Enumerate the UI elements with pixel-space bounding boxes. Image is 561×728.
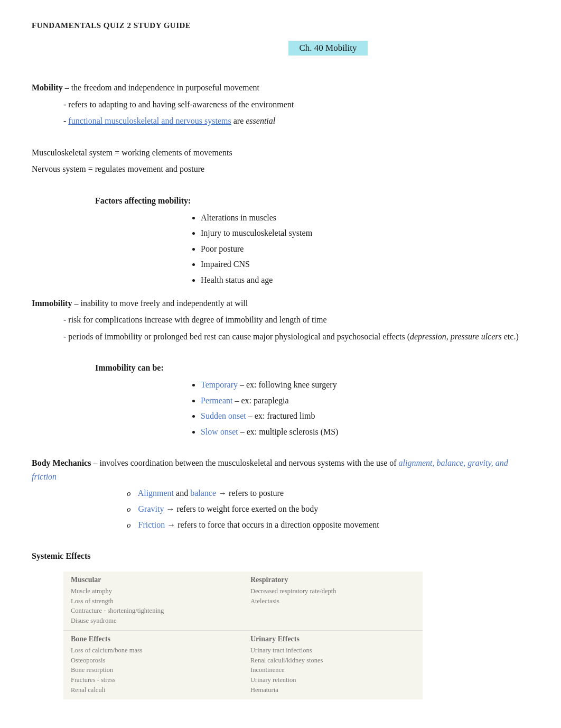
immobility-definition: Immobility – inability to move freely an… [32, 297, 529, 310]
body-mechanics-list: Alignment and balance → refers to postur… [127, 486, 529, 531]
table-row: Urinary retention [250, 675, 415, 685]
functional-systems-link[interactable]: functional musculoskeletal and nervous s… [68, 116, 231, 125]
list-item: Health status and age [201, 273, 529, 287]
musculoskeletal-line1: Musculoskeletal system = working element… [32, 146, 529, 160]
table-row: Loss of strength [71, 596, 236, 606]
list-item: Poor posture [201, 242, 529, 256]
table-row: Fractures - stress [71, 675, 236, 685]
list-item: Permeant – ex: paraplegia [201, 394, 529, 408]
table-row: Hematuria [250, 685, 415, 695]
table-row: Disuse syndrome [71, 616, 236, 626]
list-item: Alignment and balance → refers to postur… [127, 486, 529, 500]
table-row: Osteoporosis [71, 656, 236, 666]
factors-list: Alterations in muscles Injury to musculo… [201, 211, 529, 287]
urinary-effects-heading: Urinary Effects [250, 635, 415, 643]
table-row: Decreased respiratory rate/depth [250, 586, 415, 596]
page-title: FUNDAMENTALS QUIZ 2 STUDY GUIDE [32, 21, 529, 30]
body-mechanics-term: Body Mechanics [32, 458, 91, 467]
bone-effects-heading: Bone Effects [71, 635, 236, 643]
table-row: Contracture - shortening/tightening [71, 606, 236, 616]
immobility-note1: - risk for complications increase with d… [63, 313, 529, 327]
immobility-term: Immobility [32, 299, 72, 308]
list-item: Slow onset – ex: multiple sclerosis (MS) [201, 425, 529, 439]
chapter-heading: Ch. 40 Mobility [288, 41, 367, 56]
nervous-system-line: Nervous system = regulates movement and … [32, 162, 529, 176]
immobility-note2: - periods of immobility or prolonged bed… [63, 330, 529, 344]
table-row: Urinary tract infections [250, 646, 415, 656]
immobility-type-term: Slow onset [201, 427, 238, 436]
immobility-type-term: Permeant [201, 396, 232, 405]
muscular-heading: Muscular [71, 576, 236, 584]
table-row: Incontinence [250, 665, 415, 675]
mobility-note1: - refers to adapting to and having self-… [63, 98, 529, 112]
body-mechanics-definition: Body Mechanics – involves coordination b… [32, 456, 529, 483]
list-item: Temporary – ex: following knee surgery [201, 378, 529, 392]
factors-heading: Factors affecting mobility: [95, 194, 529, 208]
list-item: Impaired CNS [201, 257, 529, 271]
table-row: Muscle atrophy [71, 586, 236, 596]
table-row: Renal calculi [71, 685, 236, 695]
table-row: Bone resorption [71, 665, 236, 675]
table-row: Loss of calcium/bone mass [71, 646, 236, 656]
mobility-definition: Mobility – the freedom and independence … [32, 81, 529, 95]
table-row: Atelectasis [250, 596, 415, 606]
mobility-note2: - functional musculoskeletal and nervous… [63, 114, 529, 128]
systemic-effects-heading: Systemic Effects [32, 549, 529, 563]
list-item: Gravity → refers to weight force exerted… [127, 502, 529, 516]
list-item: Sudden onset – ex: fractured limb [201, 409, 529, 423]
immobility-type-term: Sudden onset [201, 411, 246, 420]
mobility-term: Mobility [32, 83, 63, 92]
respiratory-heading: Respiratory [250, 576, 415, 584]
table-row: Renal calculi/kidney stones [250, 656, 415, 666]
systemic-effects-table: Muscular Muscle atrophy Loss of strength… [63, 572, 423, 699]
immobility-type-term: Temporary [201, 380, 238, 389]
list-item: Friction → refers to force that occurs i… [127, 518, 529, 532]
list-item: Injury to musculoskeletal system [201, 226, 529, 240]
immobility-types-list: Temporary – ex: following knee surgery P… [201, 378, 529, 438]
immobility-types-heading: Immobility can be: [95, 361, 529, 375]
list-item: Alterations in muscles [201, 211, 529, 225]
